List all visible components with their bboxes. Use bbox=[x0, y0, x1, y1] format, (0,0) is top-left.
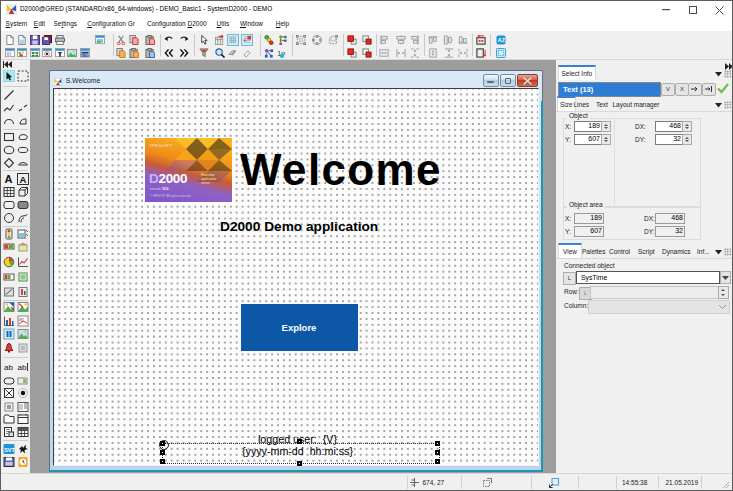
svg-text:SVT: SVT bbox=[4, 447, 15, 453]
svg-text:ab: ab bbox=[4, 363, 13, 372]
svg-text:A: A bbox=[20, 174, 27, 185]
svg-text:D2000: D2000 bbox=[149, 171, 187, 186]
svg-text:DW: DW bbox=[81, 51, 88, 56]
svg-text:version 12.0: version 12.0 bbox=[150, 187, 169, 191]
svg-text:A: A bbox=[5, 173, 13, 185]
svg-text:ab: ab bbox=[18, 363, 27, 372]
svg-text:server: server bbox=[201, 181, 211, 185]
svg-text:© IPESOFT All rights reserved: © IPESOFT All rights reserved bbox=[150, 194, 191, 198]
svg-text:IPESOFT: IPESOFT bbox=[150, 143, 173, 148]
svg-text:AZ: AZ bbox=[497, 37, 505, 43]
